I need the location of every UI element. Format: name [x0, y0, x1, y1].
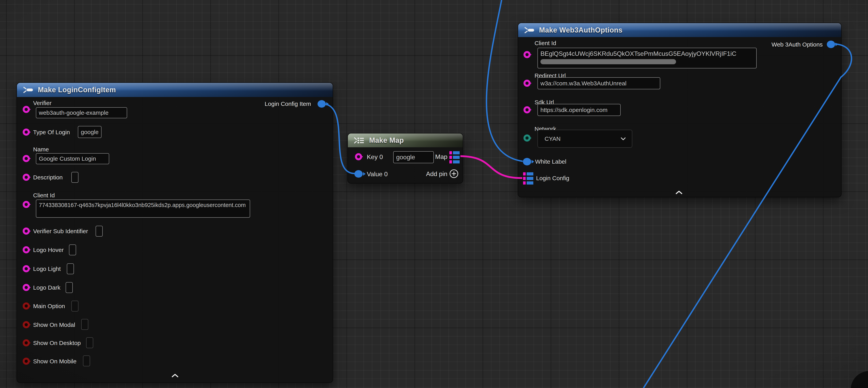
offscreen-node-corner[interactable] [851, 371, 868, 388]
logo-dark-input[interactable] [66, 282, 73, 293]
type-of-login-input[interactable]: google [78, 126, 101, 138]
pin-label-description: Description [33, 174, 63, 181]
make-map-icon [353, 136, 365, 145]
pin-label-type-of-login: Type Of Login [33, 129, 70, 136]
pin-network[interactable] [524, 135, 531, 142]
pin-redirect-url[interactable] [524, 80, 531, 87]
verifier-input[interactable]: web3auth-google-example [36, 107, 127, 118]
pin-label-client-id: Client Id [33, 192, 55, 199]
pin-verifier[interactable] [23, 106, 30, 113]
pin-type-of-login[interactable] [23, 128, 30, 136]
pin-key-0[interactable] [355, 153, 362, 160]
pin-label-logo-hover: Logo Hover [33, 247, 64, 253]
client-id-input[interactable]: 774338308167-q463s7kpvja16l4l0kko3nb925i… [36, 200, 250, 218]
pin-label-login-config: Login Config [536, 175, 569, 182]
make-struct-icon [524, 26, 535, 34]
pin-sdk-url[interactable] [524, 106, 531, 113]
pin-label-logo-dark: Logo Dark [33, 284, 60, 291]
pin-label-show-on-mobile: Show On Mobile [33, 358, 76, 365]
make-struct-icon [23, 86, 33, 94]
pin-description[interactable] [23, 174, 30, 181]
node-header[interactable]: Make Map [348, 133, 463, 147]
show-on-modal-checkbox[interactable] [81, 319, 88, 330]
output-pin-label: Map [435, 153, 447, 160]
client-id-input[interactable]: BEglQSgt4cUWcj6SKRdu5QkOXTsePmMcusG5EAoy… [537, 48, 757, 68]
verifier-sub-identifier-input[interactable] [96, 226, 103, 237]
key-0-input[interactable]: google [393, 151, 434, 163]
pin-white-label[interactable] [523, 158, 531, 166]
node-title: Make Map [369, 136, 404, 145]
wire-offscreen-to-white-label [487, 0, 523, 161]
pin-label-name: Name [33, 146, 49, 153]
pin-label-verifier-sub-identifier: Verifier Sub Identifier [33, 228, 88, 235]
collapse-chevron-icon[interactable] [171, 374, 179, 378]
pin-logo-hover[interactable] [23, 246, 30, 253]
pin-logo-light[interactable] [23, 265, 30, 272]
add-pin-button[interactable] [449, 169, 459, 179]
pin-label-show-on-desktop: Show On Desktop [33, 340, 81, 347]
main-option-checkbox[interactable] [71, 301, 79, 311]
pin-label-main-option: Main Option [33, 303, 65, 309]
pin-verifier-sub-identifier[interactable] [23, 228, 30, 235]
logo-light-input[interactable] [67, 263, 74, 274]
pin-label-value-0: Value 0 [367, 171, 388, 178]
node-make-web3auth-options[interactable]: Make Web3AuthOptions Web 3Auth Options C… [518, 23, 842, 197]
blueprint-canvas[interactable]: Make LoginConfigItem Login Config Item V… [0, 0, 868, 388]
network-dropdown-value: CYAN [545, 136, 561, 142]
output-pin-web3auth-options[interactable] [827, 40, 835, 48]
pin-client-id[interactable] [524, 51, 531, 58]
chevron-down-icon [620, 137, 626, 141]
add-pin-label[interactable]: Add pin [426, 170, 447, 178]
pin-label-logo-light: Logo Light [33, 266, 61, 272]
sdk-url-input[interactable]: https://sdk.openlogin.com [537, 104, 621, 116]
node-header[interactable]: Make Web3AuthOptions [518, 23, 841, 37]
collapse-chevron-icon[interactable] [675, 190, 683, 195]
output-pin-label: Web 3Auth Options [771, 41, 823, 48]
pin-label-key-0: Key 0 [367, 153, 383, 161]
node-title: Make LoginConfigItem [38, 86, 116, 94]
pin-label-client-id: Client Id [534, 40, 556, 47]
pin-label-show-on-modal: Show On Modal [33, 322, 75, 328]
pin-logo-dark[interactable] [23, 284, 30, 291]
logo-hover-input[interactable] [69, 244, 76, 255]
node-make-map[interactable]: Make Map Key 0 google Map Value 0 Add pi… [347, 133, 463, 184]
wire-map-to-login-config [460, 156, 522, 178]
output-pin-login-config-item[interactable] [317, 100, 326, 108]
node-make-login-config-item[interactable]: Make LoginConfigItem Login Config Item V… [17, 82, 333, 383]
pin-show-on-mobile[interactable] [23, 358, 30, 365]
pin-show-on-modal[interactable] [23, 321, 30, 328]
output-pin-label: Login Config Item [265, 100, 311, 107]
pin-client-id[interactable] [23, 201, 30, 208]
show-on-mobile-checkbox[interactable] [83, 355, 90, 366]
client-id-scrollbar[interactable] [540, 59, 676, 64]
node-header[interactable]: Make LoginConfigItem [17, 83, 333, 97]
pin-login-config[interactable] [523, 172, 533, 184]
pin-main-option[interactable] [23, 302, 30, 309]
client-id-text: BEglQSgt4cUWcj6SKRdu5QkOXTsePmMcusG5EAoy… [540, 50, 754, 57]
network-dropdown[interactable]: CYAN [537, 130, 632, 148]
show-on-desktop-checkbox[interactable] [86, 337, 93, 348]
description-input[interactable] [71, 172, 79, 183]
pin-value-0[interactable] [354, 170, 363, 178]
pin-name[interactable] [23, 155, 30, 162]
name-input[interactable]: Google Custom Login [36, 153, 109, 164]
pin-show-on-desktop[interactable] [23, 339, 30, 347]
pin-label-verifier: Verifier [33, 100, 52, 107]
redirect-url-input[interactable]: w3a://com.w3a.Web3AuthUnreal [537, 77, 660, 89]
pin-label-white-label: White Label [535, 158, 566, 165]
node-title: Make Web3AuthOptions [539, 26, 622, 34]
output-pin-map[interactable] [450, 151, 460, 163]
